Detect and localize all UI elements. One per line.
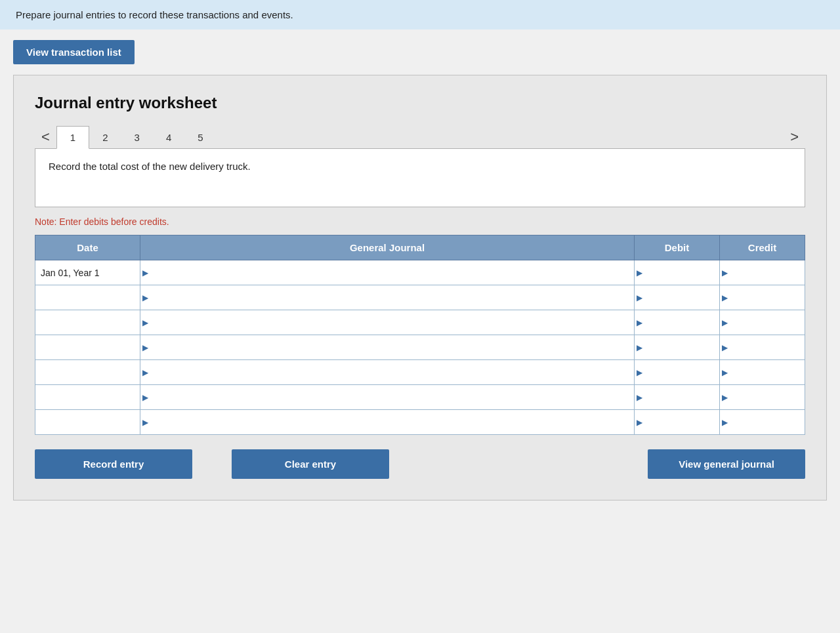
instruction-box: Record the total cost of the new deliver… bbox=[35, 148, 805, 207]
credit-input-6[interactable] bbox=[730, 410, 805, 434]
record-entry-button[interactable]: Record entry bbox=[35, 449, 192, 479]
table-row: ▶ ▶ ▶ bbox=[35, 360, 805, 385]
credit-cell-2[interactable]: ▶ bbox=[720, 310, 805, 335]
debit-cell-4[interactable]: ▶ bbox=[635, 360, 720, 385]
credit-cell-1[interactable]: ▶ bbox=[720, 285, 805, 310]
tab-2[interactable]: 2 bbox=[89, 127, 121, 148]
credit-cell-4[interactable]: ▶ bbox=[720, 360, 805, 385]
table-row: Jan 01, Year 1 ▶ ▶ ▶ bbox=[35, 260, 805, 285]
table-row: ▶ ▶ ▶ bbox=[35, 310, 805, 335]
date-cell-5 bbox=[35, 385, 140, 410]
cell-arrow-icon: ▶ bbox=[140, 343, 150, 352]
journal-input-0[interactable] bbox=[150, 260, 634, 285]
tab-5[interactable]: 5 bbox=[184, 127, 216, 148]
journal-input-6[interactable] bbox=[150, 410, 634, 434]
debit-input-0[interactable] bbox=[644, 260, 719, 285]
journal-cell-6[interactable]: ▶ bbox=[140, 410, 635, 435]
header-credit: Credit bbox=[720, 235, 805, 260]
header-date: Date bbox=[35, 235, 140, 260]
banner-text: Prepare journal entries to record these … bbox=[16, 9, 293, 20]
table-row: ▶ ▶ ▶ bbox=[35, 285, 805, 310]
debit-cell-0[interactable]: ▶ bbox=[635, 260, 720, 285]
credit-arrow-icon-3: ▶ bbox=[720, 343, 730, 352]
date-cell-3 bbox=[35, 335, 140, 360]
debit-cell-1[interactable]: ▶ bbox=[635, 285, 720, 310]
buttons-row: Record entry Clear entry View general jo… bbox=[35, 449, 805, 479]
journal-input-5[interactable] bbox=[150, 385, 634, 409]
instruction-text: Record the total cost of the new deliver… bbox=[49, 161, 251, 172]
debit-arrow-icon-5: ▶ bbox=[635, 393, 644, 402]
cell-arrow-icon: ▶ bbox=[140, 393, 150, 402]
date-cell-4 bbox=[35, 360, 140, 385]
credit-arrow-icon-1: ▶ bbox=[720, 293, 730, 302]
debit-arrow-icon-0: ▶ bbox=[635, 268, 644, 277]
header-general-journal: General Journal bbox=[140, 235, 635, 260]
credit-cell-0[interactable]: ▶ bbox=[720, 260, 805, 285]
table-row: ▶ ▶ ▶ bbox=[35, 410, 805, 435]
debit-input-2[interactable] bbox=[644, 310, 719, 335]
journal-cell-4[interactable]: ▶ bbox=[140, 360, 635, 385]
date-cell-1 bbox=[35, 285, 140, 310]
credit-input-5[interactable] bbox=[730, 385, 805, 409]
tab-3[interactable]: 3 bbox=[121, 127, 153, 148]
credit-arrow-icon-5: ▶ bbox=[720, 393, 730, 402]
cell-arrow-icon: ▶ bbox=[140, 368, 150, 377]
credit-arrow-icon-4: ▶ bbox=[720, 368, 730, 377]
worksheet-title: Journal entry worksheet bbox=[35, 94, 805, 112]
journal-cell-3[interactable]: ▶ bbox=[140, 335, 635, 360]
journal-input-2[interactable] bbox=[150, 310, 634, 335]
debit-input-1[interactable] bbox=[644, 285, 719, 310]
credit-input-0[interactable] bbox=[730, 260, 805, 285]
journal-input-4[interactable] bbox=[150, 360, 634, 384]
date-cell-6 bbox=[35, 410, 140, 435]
cell-arrow-icon: ▶ bbox=[140, 268, 150, 277]
cell-arrow-icon: ▶ bbox=[140, 293, 150, 302]
journal-input-3[interactable] bbox=[150, 335, 634, 359]
tab-4[interactable]: 4 bbox=[153, 127, 184, 148]
tab-prev-arrow[interactable]: < bbox=[35, 130, 56, 144]
journal-table: Date General Journal Debit Credit Jan 01… bbox=[35, 235, 805, 435]
table-row: ▶ ▶ ▶ bbox=[35, 335, 805, 360]
credit-cell-6[interactable]: ▶ bbox=[720, 410, 805, 435]
table-row: ▶ ▶ ▶ bbox=[35, 385, 805, 410]
cell-arrow-icon: ▶ bbox=[140, 418, 150, 427]
debit-cell-5[interactable]: ▶ bbox=[635, 385, 720, 410]
date-cell-0: Jan 01, Year 1 bbox=[35, 260, 140, 285]
date-cell-2 bbox=[35, 310, 140, 335]
tab-1[interactable]: 1 bbox=[56, 126, 89, 149]
debit-cell-2[interactable]: ▶ bbox=[635, 310, 720, 335]
debit-input-3[interactable] bbox=[644, 335, 719, 359]
journal-input-1[interactable] bbox=[150, 285, 634, 310]
credit-input-4[interactable] bbox=[730, 360, 805, 384]
credit-arrow-icon-6: ▶ bbox=[720, 418, 730, 427]
worksheet-container: Journal entry worksheet < 1 2 3 4 5 > Re… bbox=[13, 75, 827, 500]
journal-cell-5[interactable]: ▶ bbox=[140, 385, 635, 410]
debit-arrow-icon-6: ▶ bbox=[635, 418, 644, 427]
debit-arrow-icon-2: ▶ bbox=[635, 318, 644, 327]
view-transaction-button[interactable]: View transaction list bbox=[13, 40, 135, 64]
top-banner: Prepare journal entries to record these … bbox=[0, 0, 840, 30]
credit-cell-3[interactable]: ▶ bbox=[720, 335, 805, 360]
credit-input-3[interactable] bbox=[730, 335, 805, 359]
debit-arrow-icon-4: ▶ bbox=[635, 368, 644, 377]
header-debit: Debit bbox=[635, 235, 720, 260]
journal-cell-2[interactable]: ▶ bbox=[140, 310, 635, 335]
credit-input-1[interactable] bbox=[730, 285, 805, 310]
credit-input-2[interactable] bbox=[730, 310, 805, 335]
credit-arrow-icon-0: ▶ bbox=[720, 268, 730, 277]
journal-cell-0[interactable]: ▶ bbox=[140, 260, 635, 285]
view-general-journal-button[interactable]: View general journal bbox=[648, 449, 805, 479]
debit-input-5[interactable] bbox=[644, 385, 719, 409]
debit-input-6[interactable] bbox=[644, 410, 719, 434]
debit-arrow-icon-1: ▶ bbox=[635, 293, 644, 302]
cell-arrow-icon: ▶ bbox=[140, 318, 150, 327]
debit-cell-6[interactable]: ▶ bbox=[635, 410, 720, 435]
debit-input-4[interactable] bbox=[644, 360, 719, 384]
clear-entry-button[interactable]: Clear entry bbox=[232, 449, 389, 479]
debit-cell-3[interactable]: ▶ bbox=[635, 335, 720, 360]
tab-next-arrow[interactable]: > bbox=[784, 130, 805, 144]
credit-cell-5[interactable]: ▶ bbox=[720, 385, 805, 410]
journal-cell-1[interactable]: ▶ bbox=[140, 285, 635, 310]
debit-arrow-icon-3: ▶ bbox=[635, 343, 644, 352]
tabs-nav: < 1 2 3 4 5 > bbox=[35, 125, 805, 148]
